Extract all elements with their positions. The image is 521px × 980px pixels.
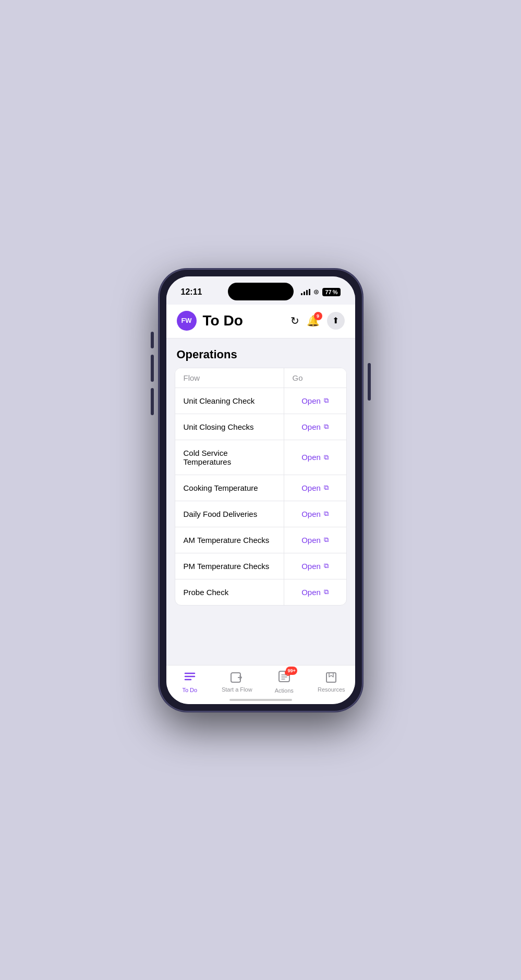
home-indicator (229, 699, 292, 701)
section-title: Operations (177, 348, 237, 361)
phone-frame: 12:11 ⊛ 77 % (159, 269, 362, 711)
page-title: To Do (203, 312, 243, 329)
row-name-1: Unit Closing Checks (175, 414, 284, 440)
table-row: Daily Food Deliveries Open ⧉ (175, 501, 346, 527)
wifi-icon: ⊛ (313, 288, 319, 296)
external-link-icon: ⧉ (324, 588, 329, 596)
refresh-button[interactable]: ↻ (290, 314, 299, 327)
resources-icon (324, 671, 338, 684)
operations-table: Flow Go Unit Cleaning Check Open ⧉ Unit … (175, 368, 347, 606)
section-header: Operations (166, 338, 355, 368)
header-left: FW To Do (177, 311, 243, 331)
open-button-4[interactable]: Open ⧉ (284, 501, 346, 527)
app-header: FW To Do ↻ 🔔 9 ⬆ (166, 305, 355, 338)
actions-icon-wrapper: ! 99+ (277, 670, 291, 685)
table-row: Unit Closing Checks Open ⧉ (175, 414, 346, 440)
row-name-7: Probe Check (175, 579, 284, 605)
dynamic-island (228, 283, 294, 300)
row-name-2: Cold Service Temperatures (175, 440, 284, 475)
external-link-icon: ⧉ (324, 396, 329, 405)
share-button[interactable]: ⬆ (327, 312, 345, 330)
row-name-0: Unit Cleaning Check (175, 388, 284, 414)
row-name-3: Cooking Temperature (175, 475, 284, 501)
open-button-7[interactable]: Open ⧉ (284, 579, 346, 605)
header-actions: ↻ 🔔 9 ⬆ (290, 312, 345, 330)
open-button-5[interactable]: Open ⧉ (284, 527, 346, 553)
nav-item-actions[interactable]: ! 99+ Actions (266, 670, 302, 694)
notification-badge: 9 (314, 312, 322, 320)
side-buttons-left (151, 332, 154, 415)
open-button-3[interactable]: Open ⧉ (284, 475, 346, 501)
battery-indicator: 77 % (322, 288, 340, 296)
nav-todo-icon-wrapper (184, 670, 196, 685)
row-name-4: Daily Food Deliveries (175, 501, 284, 527)
status-icons: ⊛ 77 % (301, 288, 340, 296)
nav-label-startflow: Start a Flow (222, 686, 252, 693)
nav-label-todo: To Do (182, 687, 197, 693)
external-link-icon: ⧉ (324, 422, 329, 431)
table-row: Unit Cleaning Check Open ⧉ (175, 388, 346, 414)
table-row: Cooking Temperature Open ⧉ (175, 475, 346, 501)
row-name-5: AM Temperature Checks (175, 527, 284, 553)
external-link-icon: ⧉ (324, 536, 329, 544)
signal-icon (301, 289, 310, 295)
open-button-0[interactable]: Open ⧉ (284, 388, 346, 414)
actions-badge: 99+ (286, 667, 297, 675)
status-time: 12:11 (181, 287, 202, 297)
col-flow-header: Flow (175, 368, 284, 388)
open-button-2[interactable]: Open ⧉ (284, 440, 346, 475)
notification-button[interactable]: 🔔 9 (307, 314, 320, 327)
external-link-icon: ⧉ (324, 483, 329, 492)
external-link-icon: ⧉ (324, 453, 329, 462)
table-row: Probe Check Open ⧉ (175, 579, 346, 605)
row-name-6: PM Temperature Checks (175, 553, 284, 579)
side-button-right (368, 363, 371, 401)
table-row: PM Temperature Checks Open ⧉ (175, 553, 346, 579)
table-header: Flow Go (175, 368, 346, 388)
nav-label-resources: Resources (318, 686, 345, 693)
col-go-header: Go (284, 368, 346, 388)
table-row: Cold Service Temperatures Open ⧉ (175, 440, 346, 475)
todo-icon (184, 670, 196, 683)
open-button-1[interactable]: Open ⧉ (284, 414, 346, 440)
external-link-icon: ⧉ (324, 510, 329, 518)
nav-item-todo[interactable]: To Do (172, 670, 208, 693)
content-area: Operations Flow Go Unit Cleaning Check O… (166, 338, 355, 704)
bottom-nav: To Do Start a Flow ! (166, 665, 355, 704)
open-button-6[interactable]: Open ⧉ (284, 553, 346, 579)
nav-item-resources[interactable]: Resources (313, 671, 349, 693)
external-link-icon: ⧉ (324, 562, 329, 570)
avatar: FW (177, 311, 197, 331)
start-flow-icon (230, 671, 244, 684)
phone-screen: 12:11 ⊛ 77 % (166, 276, 355, 704)
table-row: AM Temperature Checks Open ⧉ (175, 527, 346, 553)
nav-label-actions: Actions (275, 687, 294, 694)
nav-item-startflow[interactable]: Start a Flow (219, 671, 255, 693)
